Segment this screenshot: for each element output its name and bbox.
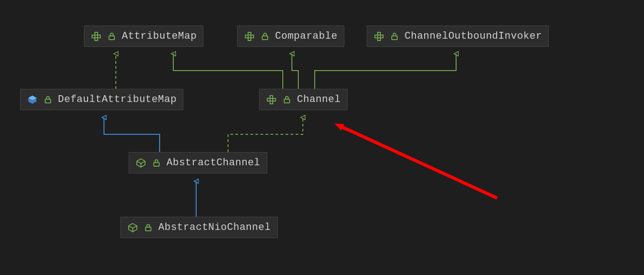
interface-icon	[266, 94, 277, 105]
node-label: Comparable	[275, 31, 338, 42]
svg-rect-8	[248, 38, 251, 41]
abstract-class-icon	[127, 222, 138, 233]
node-label: AbstractChannel	[166, 157, 260, 168]
lock-icon	[42, 94, 53, 105]
svg-rect-7	[248, 32, 251, 35]
svg-rect-18	[270, 96, 273, 98]
node-abstractniochannel[interactable]: AbstractNioChannel	[120, 217, 278, 238]
lock-icon	[106, 31, 117, 42]
node-channeloutboundinvoker[interactable]: ChannelOutboundInvoker	[367, 25, 549, 47]
lock-icon	[143, 222, 154, 233]
interface-icon	[91, 31, 102, 42]
node-label: Channel	[297, 94, 341, 105]
annotation-arrow	[341, 127, 497, 198]
interface-icon	[374, 31, 384, 42]
svg-rect-14	[392, 36, 397, 40]
class-icon	[27, 94, 38, 105]
node-label: AbstractNioChannel	[158, 222, 271, 233]
svg-rect-19	[270, 101, 273, 104]
abstract-class-icon	[135, 158, 146, 168]
interface-icon	[244, 31, 255, 42]
lock-icon	[389, 31, 400, 42]
lock-icon	[281, 94, 292, 105]
lock-icon	[260, 31, 270, 42]
svg-rect-12	[378, 32, 380, 35]
svg-rect-13	[378, 38, 380, 41]
svg-rect-22	[145, 227, 151, 231]
svg-rect-20	[284, 99, 290, 103]
diagram-canvas: AttributeMap Comparable ChannelOutboundI…	[0, 0, 644, 275]
node-attributemap[interactable]: AttributeMap	[84, 25, 203, 47]
svg-rect-15	[45, 99, 51, 103]
node-defaultattributemap[interactable]: DefaultAttributeMap	[20, 89, 183, 110]
node-abstractchannel[interactable]: AbstractChannel	[129, 152, 267, 173]
node-comparable[interactable]: Comparable	[237, 25, 344, 47]
svg-rect-3	[95, 38, 98, 41]
svg-rect-2	[95, 32, 98, 35]
node-label: ChannelOutboundInvoker	[405, 31, 542, 42]
svg-rect-21	[154, 163, 159, 166]
lock-icon	[151, 158, 162, 168]
node-label: DefaultAttributeMap	[58, 94, 177, 105]
svg-rect-4	[109, 36, 114, 40]
node-channel[interactable]: Channel	[259, 89, 348, 110]
svg-rect-9	[262, 36, 268, 40]
node-label: AttributeMap	[122, 31, 197, 42]
